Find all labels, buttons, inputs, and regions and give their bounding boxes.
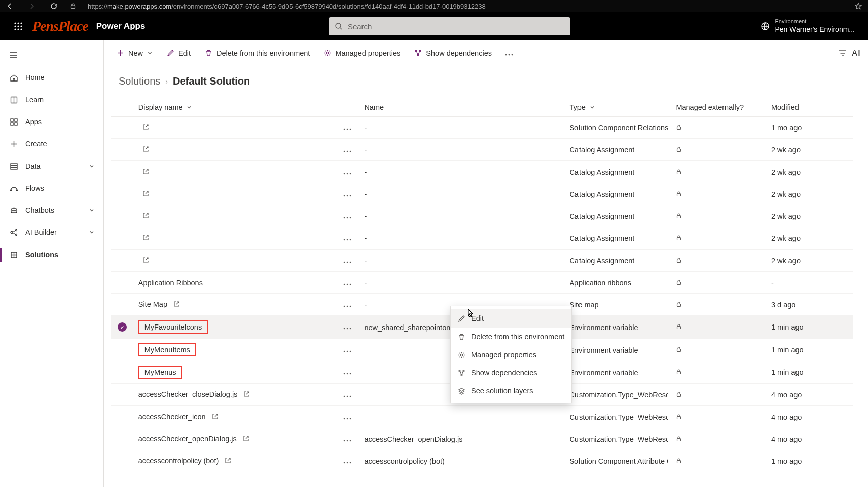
row-more-button[interactable] (340, 212, 354, 220)
display-name-cell[interactable]: accessChecker_icon (138, 413, 206, 421)
url-bar[interactable]: https://make.powerapps.com/environments/… (88, 3, 486, 10)
nav-apps[interactable]: Apps (0, 111, 103, 133)
col-select[interactable] (111, 98, 134, 117)
filter-icon[interactable] (839, 50, 847, 57)
ctx-layers[interactable]: See solution layers (451, 382, 571, 400)
table-row[interactable]: Application Ribbons-Application ribbons- (111, 272, 853, 294)
forward-icon[interactable] (27, 2, 36, 11)
table-row[interactable]: accessChecker_openDialog.js accessChecke… (111, 428, 853, 450)
table-row[interactable]: -Catalog Assignment2 wk ago (111, 161, 853, 183)
external-link-icon[interactable] (142, 168, 151, 176)
col-modified[interactable]: Modified (767, 98, 853, 117)
display-name-cell[interactable]: MyMenus (138, 366, 182, 379)
external-link-icon[interactable] (243, 435, 251, 443)
hamburger-icon[interactable] (9, 51, 18, 60)
display-name-cell[interactable]: MyMenuItems (138, 343, 196, 356)
external-link-icon[interactable] (212, 413, 220, 421)
ctx-managed[interactable]: Managed properties (451, 346, 571, 364)
table-row[interactable]: accessChecker_icon Customization.Type_We… (111, 406, 853, 428)
row-more-button[interactable] (340, 190, 354, 198)
environment-picker[interactable]: Environment Pen Warner's Environm... (754, 18, 862, 34)
external-link-icon[interactable] (142, 257, 151, 265)
search-input[interactable]: Search (329, 17, 570, 35)
col-display-name[interactable]: Display name (134, 98, 336, 117)
row-more-button[interactable] (340, 323, 354, 331)
pencil-icon (167, 49, 174, 57)
nav-learn-label: Learn (25, 96, 44, 104)
external-link-icon[interactable] (225, 457, 233, 465)
row-more-button[interactable] (340, 168, 354, 176)
table-row[interactable]: -Catalog Assignment2 wk ago (111, 205, 853, 227)
nav-data[interactable]: Data (0, 155, 103, 177)
external-link-icon[interactable] (142, 212, 151, 220)
col-type[interactable]: Type (565, 98, 672, 117)
new-button[interactable]: New (111, 46, 159, 60)
favorite-icon[interactable] (854, 2, 863, 11)
name-cell: - (364, 168, 367, 176)
col-managed[interactable]: Managed externally? (672, 98, 767, 117)
nav-solutions[interactable]: Solutions (0, 244, 103, 266)
external-link-icon[interactable] (243, 391, 251, 399)
display-name-cell[interactable]: accessChecker_openDialog.js (138, 435, 237, 443)
row-more-button[interactable] (340, 368, 354, 376)
nav-learn[interactable]: Learn (0, 89, 103, 111)
svg-rect-86 (677, 394, 681, 396)
external-link-icon[interactable] (173, 301, 181, 309)
row-more-button[interactable] (340, 435, 354, 443)
display-name-cell[interactable]: Application Ribbons (138, 279, 203, 287)
svg-rect-78 (677, 349, 681, 352)
nav-chatbots[interactable]: Chatbots (0, 199, 103, 221)
nav-flows[interactable]: Flows (0, 177, 103, 199)
row-more-button[interactable] (340, 301, 354, 309)
row-more-button[interactable] (340, 124, 354, 132)
table-row[interactable]: -Catalog Assignment2 wk ago (111, 250, 853, 272)
search-placeholder: Search (348, 22, 372, 31)
display-name-cell[interactable]: MyFavouriteIcons (138, 320, 208, 334)
managed-properties-button[interactable]: Managed properties (318, 46, 406, 60)
table-row[interactable]: -Solution Component Relationship Co1 mo … (111, 117, 853, 139)
app-launcher-icon[interactable] (6, 22, 30, 31)
checkmark-icon[interactable]: ✓ (118, 322, 127, 332)
svg-point-73 (349, 328, 351, 330)
col-name[interactable]: Name (360, 98, 565, 117)
table-row[interactable]: -Catalog Assignment2 wk ago (111, 183, 853, 205)
row-more-button[interactable] (340, 234, 354, 242)
external-link-icon[interactable] (142, 146, 151, 154)
ctx-deps[interactable]: Show dependencies (451, 364, 571, 382)
name-cell: - (364, 234, 367, 242)
table-row[interactable]: -Catalog Assignment2 wk ago (111, 139, 853, 161)
row-more-button[interactable] (340, 391, 354, 399)
table-row[interactable]: accesscontrolpolicy (bot) accesscontrolp… (111, 450, 853, 472)
filter-all-label[interactable]: All (852, 49, 861, 58)
row-more-button[interactable] (340, 457, 354, 465)
nav-ai-builder[interactable]: AI Builder (0, 221, 103, 244)
type-cell: Environment variable (569, 323, 638, 332)
lock-icon (676, 146, 682, 154)
svg-rect-74 (677, 327, 681, 329)
row-more-button[interactable] (340, 146, 354, 154)
edit-button[interactable]: Edit (161, 46, 197, 60)
gear-icon (458, 351, 465, 359)
nav-home[interactable]: Home (0, 66, 103, 89)
display-name-cell[interactable]: accesscontrolpolicy (bot) (138, 457, 219, 465)
refresh-icon[interactable] (49, 2, 58, 11)
external-link-icon[interactable] (142, 190, 151, 198)
show-dependencies-button[interactable]: Show dependencies (408, 46, 498, 60)
back-icon[interactable] (5, 2, 14, 11)
display-name-cell[interactable]: accessChecker_closeDialog.js (138, 390, 238, 398)
more-commands-button[interactable] (500, 46, 518, 61)
breadcrumb-solutions[interactable]: Solutions (119, 75, 160, 87)
nav-create[interactable]: Create (0, 133, 103, 155)
row-more-button[interactable] (340, 257, 354, 265)
ctx-delete[interactable]: Delete from this environment (451, 328, 571, 346)
nav-ai-label: AI Builder (25, 228, 57, 236)
row-more-button[interactable] (340, 346, 354, 354)
table-row[interactable]: -Catalog Assignment2 wk ago (111, 227, 853, 250)
display-name-cell[interactable]: Site Map (138, 300, 167, 308)
type-cell: Catalog Assignment (569, 168, 634, 176)
row-more-button[interactable] (340, 279, 354, 287)
external-link-icon[interactable] (142, 234, 151, 242)
external-link-icon[interactable] (142, 124, 151, 132)
row-more-button[interactable] (340, 413, 354, 421)
delete-button[interactable]: Delete from this environment (199, 46, 316, 60)
